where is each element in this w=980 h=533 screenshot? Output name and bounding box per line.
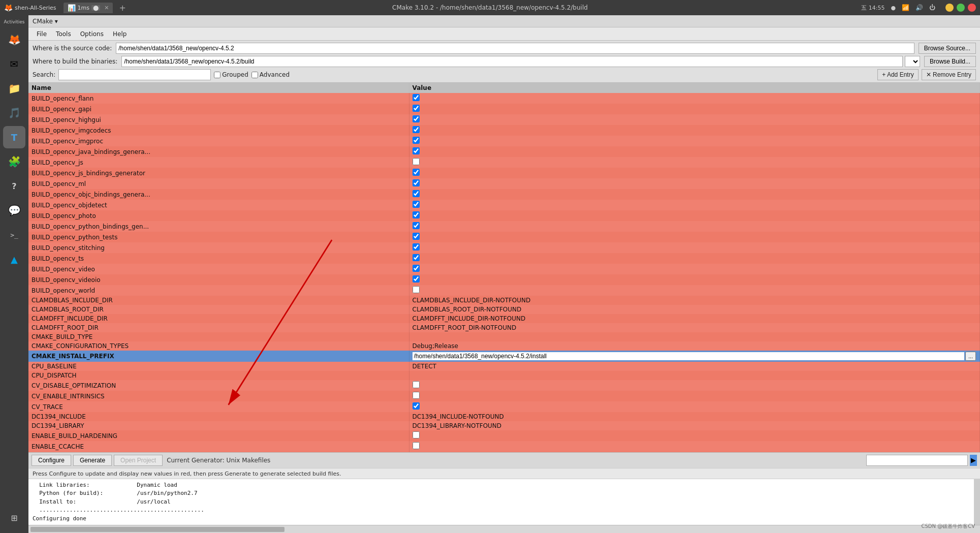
sidebar-icon-music[interactable]: 🎵 [3,102,25,124]
row-checkbox[interactable] [413,94,420,101]
table-row[interactable]: BUILD_opencv_video [28,264,980,274]
row-value[interactable] [409,146,980,157]
cmake-app-label[interactable]: CMake ▾ [33,18,58,25]
table-row[interactable]: BUILD_opencv_highgui [28,114,980,125]
expand-button[interactable]: ▶ [970,455,977,466]
table-row[interactable]: BUILD_opencv_flann [28,93,980,104]
menu-help[interactable]: Help [109,29,131,39]
row-value[interactable] [409,285,980,296]
table-row[interactable]: BUILD_opencv_ml [28,178,980,189]
table-row[interactable]: CMAKE_BUILD_TYPE [28,332,980,341]
row-edit-input[interactable] [413,352,965,360]
table-row[interactable]: BUILD_opencv_js_bindings_generator [28,168,980,178]
table-row[interactable]: CV_DISABLE_OPTIMIZATION [28,380,980,391]
browse-build-button[interactable]: Browse Build... [924,56,976,67]
row-value[interactable] [409,253,980,264]
log-scrollbar[interactable] [974,479,980,525]
table-row[interactable]: DC1394_INCLUDEDC1394_INCLUDE-NOTFOUND [28,412,980,421]
log-text-area[interactable]: Link libraries: Dynamic load Python (for… [28,479,974,525]
row-value[interactable] [409,157,980,168]
row-value[interactable]: ... [409,351,980,362]
row-checkbox[interactable] [413,254,420,261]
row-value[interactable] [409,452,980,452]
table-row[interactable]: CPU_BASELINEDETECT [28,362,980,371]
row-value[interactable] [409,189,980,200]
row-value[interactable]: CLAMDFFT_ROOT_DIR-NOTFOUND [409,323,980,332]
row-value[interactable] [409,401,980,412]
network-icon[interactable]: 📶 [902,4,909,11]
table-row[interactable]: CV_ENABLE_INTRINSICS [28,391,980,401]
generator-select[interactable] [905,56,920,67]
table-row[interactable]: BUILD_opencv_js [28,157,980,168]
row-checkbox[interactable] [413,222,420,229]
row-checkbox[interactable] [413,147,420,154]
table-row[interactable]: BUILD_opencv_java_bindings_genera... [28,146,980,157]
row-checkbox[interactable] [413,243,420,250]
sidebar-icon-teamviewer[interactable]: T [3,126,25,148]
row-browse-button[interactable]: ... [965,352,976,361]
table-row[interactable]: BUILD_opencv_gapi [28,104,980,114]
table-row[interactable]: CPU_DISPATCH [28,371,980,380]
row-checkbox[interactable] [413,201,420,208]
table-row[interactable]: BUILD_opencv_python_tests [28,232,980,242]
table-row[interactable]: BUILD_opencv_photo [28,210,980,221]
row-checkbox[interactable] [413,137,420,144]
row-checkbox[interactable] [413,265,420,272]
row-checkbox[interactable] [413,169,420,176]
row-value[interactable]: Debug;Release [409,341,980,351]
table-row[interactable]: CLAMDBLAS_ROOT_DIRCLAMDBLAS_ROOT_DIR-NOT… [28,305,980,314]
table-row[interactable]: BUILD_opencv_world [28,285,980,296]
row-checkbox[interactable] [413,402,420,410]
row-checkbox[interactable] [413,115,420,122]
table-row[interactable]: CMAKE_CONFIGURATION_TYPESDebug;Release [28,341,980,351]
row-value[interactable] [409,210,980,221]
configure-button[interactable]: Configure [31,455,71,466]
row-checkbox[interactable] [413,126,420,133]
activities-label[interactable]: Activities [4,19,24,24]
row-value[interactable]: DC1394_LIBRARY-NOTFOUND [409,421,980,430]
row-value[interactable] [409,232,980,242]
row-value[interactable] [409,332,980,341]
close-button[interactable] [968,4,976,12]
cmake-table-container[interactable]: Name Value BUILD_opencv_flannBUILD_openc… [28,83,980,452]
row-checkbox[interactable] [413,442,420,449]
table-row[interactable]: BUILD_opencv_python_bindings_gen... [28,221,980,232]
row-value[interactable] [409,136,980,146]
menu-file[interactable]: File [33,29,51,39]
table-row[interactable]: BUILD_opencv_imgcodecs [28,125,980,136]
row-value[interactable]: CLAMDBLAS_ROOT_DIR-NOTFOUND [409,305,980,314]
row-value[interactable] [409,391,980,401]
sidebar-icon-terminal[interactable]: >_ [3,224,25,246]
table-row[interactable]: BUILD_opencv_videoio [28,274,980,285]
row-value[interactable] [409,264,980,274]
row-value[interactable] [409,274,980,285]
grouped-checkbox[interactable] [214,72,220,78]
table-row[interactable]: BUILD_opencv_objc_bindings_genera... [28,189,980,200]
sidebar-icon-files[interactable]: 📁 [3,77,25,100]
source-input[interactable] [116,43,914,54]
sidebar-icon-cmake[interactable]: ▲ [3,248,25,270]
row-checkbox[interactable] [413,105,420,112]
row-checkbox[interactable] [413,158,420,165]
row-value[interactable] [409,371,980,380]
sidebar-icon-mail[interactable]: ✉️ [3,53,25,75]
row-checkbox[interactable] [413,179,420,186]
table-row[interactable]: CLAMDFFT_INCLUDE_DIRCLAMDFFT_INCLUDE_DIR… [28,314,980,323]
sidebar-icon-grid[interactable]: ⊞ [3,507,25,529]
power-icon[interactable]: ⏻ [929,4,935,11]
table-row[interactable]: CV_TRACE [28,401,980,412]
minimize-button[interactable] [945,4,954,12]
menu-tools[interactable]: Tools [52,29,75,39]
table-row[interactable]: CLAMDBLAS_INCLUDE_DIRCLAMDBLAS_INCLUDE_D… [28,296,980,305]
table-row[interactable]: BUILD_opencv_imgproc [28,136,980,146]
table-row[interactable]: CMAKE_INSTALL_PREFIX... [28,351,980,362]
row-checkbox[interactable] [413,211,420,218]
tab-label[interactable]: shen-All-Series [15,5,56,11]
row-value[interactable] [409,178,980,189]
row-value[interactable] [409,104,980,114]
menu-options[interactable]: Options [76,29,108,39]
sidebar-icon-firefox[interactable]: 🦊 [3,28,25,51]
sidebar-icon-chat[interactable]: 💬 [3,199,25,222]
row-value[interactable] [409,242,980,253]
table-row[interactable]: CLAMDFFT_ROOT_DIRCLAMDFFT_ROOT_DIR-NOTFO… [28,323,980,332]
